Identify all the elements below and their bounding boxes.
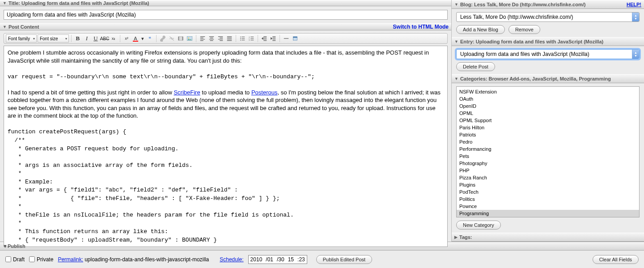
private-checkbox[interactable]: Private: [29, 256, 53, 263]
category-item[interactable]: PodTech: [457, 188, 639, 196]
schedule-input[interactable]: 2010 /01 /30 15 :23: [248, 255, 307, 264]
align-center-button[interactable]: [208, 34, 216, 43]
entry-panel-header[interactable]: ▼ Entry: Uploading form data and files w…: [452, 37, 644, 46]
font-size-select[interactable]: Font size: [38, 34, 69, 43]
category-item[interactable]: Performancing: [457, 145, 639, 153]
image-button[interactable]: [186, 34, 194, 43]
left-column: ▼ Title: Uploading form data and files w…: [0, 0, 452, 242]
editor-toolbar: Font family Font size B I U ABC x₂ x² A …: [4, 33, 448, 44]
category-item[interactable]: OAuth: [457, 95, 639, 102]
scribefire-link[interactable]: ScribeFire: [174, 89, 200, 96]
category-item[interactable]: PHP: [457, 167, 639, 174]
align-left-button[interactable]: [199, 34, 207, 43]
permalink-value: uploading-form-data-and-files-with-javas…: [85, 256, 209, 263]
category-item[interactable]: Photography: [457, 160, 639, 167]
content-panel-label: Post Content: [8, 24, 39, 30]
category-item[interactable]: Patriots: [457, 131, 639, 138]
tags-panel-header[interactable]: ▶ Tags:: [452, 233, 644, 242]
category-item[interactable]: NSFW Extension: [457, 88, 639, 95]
category-item[interactable]: OpenID: [457, 102, 639, 110]
subscript-button[interactable]: x₂: [110, 34, 118, 43]
category-item[interactable]: Pownce: [457, 203, 639, 210]
select-arrows-icon: ▲▼: [632, 50, 639, 59]
svg-rect-12: [293, 37, 297, 38]
blockquote-button[interactable]: ❝: [146, 34, 154, 43]
category-item[interactable]: Politics: [457, 196, 639, 203]
outdent-button[interactable]: [260, 34, 268, 43]
tags-panel-label: Tags:: [459, 234, 472, 240]
categories-panel-label: Categories: Browser Add-ons, JavaScript,…: [460, 76, 611, 81]
collapse-icon: ▼: [3, 1, 7, 5]
hr-button[interactable]: [282, 34, 290, 43]
number-list-button[interactable]: 123: [247, 34, 255, 43]
categories-panel-header[interactable]: ▼ Categories: Browser Add-ons, JavaScrip…: [452, 74, 644, 83]
content-panel-header[interactable]: ▼ Post Content Switch to HTML Mode: [0, 23, 451, 30]
category-item[interactable]: OPML Support: [457, 117, 639, 124]
title-panel-header[interactable]: ▼ Title: Uploading form data and files w…: [0, 0, 451, 6]
align-right-button[interactable]: [216, 34, 225, 43]
clear-fields-button[interactable]: Clear All Fields: [593, 255, 639, 264]
entry-panel-label: Entry: Uploading form data and files wit…: [460, 39, 603, 44]
indent-button[interactable]: [269, 34, 277, 43]
svg-point-7: [240, 40, 241, 41]
svg-point-5: [240, 37, 241, 38]
svg-rect-2: [182, 37, 183, 40]
unlink-button[interactable]: [168, 34, 176, 43]
category-item[interactable]: Pets: [457, 153, 639, 160]
italic-button[interactable]: I: [83, 34, 91, 43]
remove-blog-button[interactable]: Remove: [508, 25, 540, 34]
align-justify-button[interactable]: [225, 34, 233, 43]
collapse-icon: ▼: [454, 2, 458, 7]
delete-post-button[interactable]: Delete Post: [456, 62, 495, 71]
blog-panel-label: Blog: Less Talk, More Do (http://www.chr…: [460, 2, 586, 7]
category-item[interactable]: OPML: [457, 110, 639, 117]
category-item[interactable]: Pizza Ranch: [457, 174, 639, 181]
right-column: ▼ Blog: Less Talk, More Do (http://www.c…: [452, 0, 644, 242]
entry-select[interactable]: Uploading form data and files with JavaS…: [456, 49, 640, 59]
add-blog-button[interactable]: Add a New Blog: [456, 25, 505, 34]
title-panel-label: Title: Uploading form data and files wit…: [8, 0, 149, 6]
posterous-link[interactable]: Posterous: [251, 89, 278, 96]
switch-html-link[interactable]: Switch to HTML Mode: [393, 24, 449, 30]
category-item[interactable]: Pedro: [457, 138, 639, 145]
bold-button[interactable]: B: [74, 34, 82, 43]
svg-point-6: [240, 38, 241, 39]
category-item[interactable]: Paris Hilton: [457, 124, 639, 131]
strikethrough-button[interactable]: ABC: [101, 34, 109, 43]
video-button[interactable]: [177, 34, 185, 43]
link-button[interactable]: [159, 34, 167, 43]
collapse-icon: ▼: [454, 77, 458, 81]
publish-panel-label: Publish: [8, 243, 25, 249]
window-button[interactable]: [291, 34, 299, 43]
text-color-dropdown[interactable]: ▾: [140, 34, 145, 43]
category-item[interactable]: Plugins: [457, 181, 639, 188]
collapse-icon: ▶: [454, 235, 458, 239]
select-arrows-icon: ▲▼: [632, 13, 639, 21]
draft-checkbox[interactable]: Draft: [5, 256, 25, 263]
collapse-icon: ▼: [3, 25, 7, 29]
collapse-icon: ▼: [454, 39, 458, 44]
help-link[interactable]: HELP!: [627, 2, 641, 7]
schedule-link[interactable]: Schedule:: [220, 256, 243, 263]
svg-text:3: 3: [249, 39, 250, 41]
category-item[interactable]: Programming: [457, 210, 639, 217]
blog-select[interactable]: Less Talk, More Do (http://www.chrisfink…: [456, 12, 640, 22]
permalink-link[interactable]: Permalink:: [58, 256, 83, 263]
bullet-list-button[interactable]: [238, 34, 246, 43]
underline-button[interactable]: U: [92, 34, 100, 43]
svg-point-4: [188, 38, 189, 38]
svg-rect-1: [178, 37, 179, 40]
publish-bar: Draft Private Permalink: uploading-form-…: [0, 251, 644, 268]
new-category-button[interactable]: New Category: [456, 221, 501, 230]
superscript-button[interactable]: x²: [123, 34, 131, 43]
collapse-icon: ▼: [3, 243, 8, 249]
text-color-button[interactable]: A: [131, 34, 140, 43]
blog-panel-header[interactable]: ▼ Blog: Less Talk, More Do (http://www.c…: [452, 0, 644, 9]
title-input[interactable]: [4, 10, 448, 20]
publish-button[interactable]: Publish Edited Post: [316, 255, 372, 264]
font-family-select[interactable]: Font family: [6, 34, 37, 43]
post-content-editor[interactable]: One problem I stumble across occasionall…: [4, 46, 448, 247]
categories-list[interactable]: NewsRadioNintendo WiiNSFW ExtensionOAuth…: [456, 86, 640, 217]
